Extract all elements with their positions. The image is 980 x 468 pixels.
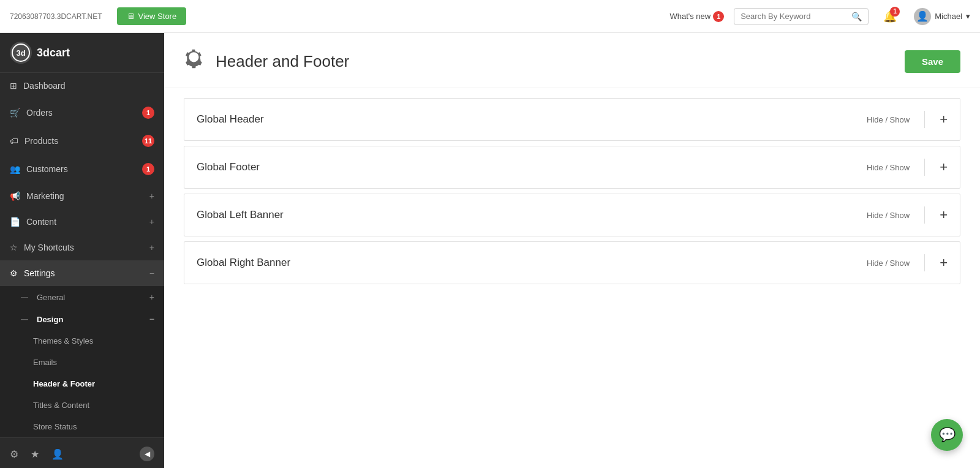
user-bottom-icon[interactable]: 👤 [51, 448, 64, 460]
products-badge: 11 [142, 135, 154, 147]
sidebar-item-products[interactable]: 🏷 Products 11 [0, 127, 164, 155]
sidebar-item-header-footer[interactable]: Header & Footer [0, 373, 164, 394]
marketing-expand-icon: + [149, 191, 154, 201]
page-title: Header and Footer [216, 52, 349, 71]
global-footer-title: Global Footer [197, 161, 867, 173]
logo-icon: 3d [10, 42, 32, 64]
content-expand-icon: + [149, 217, 154, 227]
global-left-banner-title: Global Left Banner [197, 209, 867, 221]
sidebar-item-customers[interactable]: 👥 Customers 1 [0, 155, 164, 183]
divider [924, 159, 925, 176]
shortcuts-icon: ☆ [10, 243, 18, 252]
global-right-banner-accordion: Global Right Banner Hide / Show + [184, 241, 960, 284]
page-icon [184, 48, 207, 75]
topbar: 72063087703.3DCART.NET 🖥 View Store What… [0, 0, 980, 33]
search-input[interactable] [741, 12, 848, 21]
settings-submenu: — General + — Design − Themes & Styles E… [0, 286, 164, 437]
chevron-down-icon: ▾ [966, 12, 970, 21]
save-button[interactable]: Save [905, 50, 960, 73]
divider [924, 111, 925, 128]
sidebar-item-orders[interactable]: 🛒 Orders 1 [0, 99, 164, 127]
customers-icon: 👥 [10, 164, 20, 174]
search-icon: 🔍 [851, 12, 862, 21]
orders-icon: 🛒 [10, 108, 20, 118]
divider [924, 206, 925, 224]
sidebar-item-emails[interactable]: Emails [0, 352, 164, 373]
sidebar: 3d 3dcart ⊞ Dashboard 🛒 Orders 1 🏷 Produ… [0, 33, 164, 468]
header-footer-icon [184, 48, 207, 71]
page-header: Header and Footer Save [164, 33, 980, 88]
monitor-icon: 🖥 [127, 12, 135, 21]
sidebar-item-store-status[interactable]: Store Status [0, 416, 164, 437]
customers-badge: 1 [142, 163, 154, 175]
global-header-expand-button[interactable]: + [940, 113, 948, 126]
sidebar-item-marketing[interactable]: 📢 Marketing + [0, 183, 164, 209]
products-icon: 🏷 [10, 136, 18, 146]
sidebar-item-themes-styles[interactable]: Themes & Styles [0, 330, 164, 352]
shortcuts-expand-icon: + [149, 243, 154, 252]
accordion-list: Global Header Hide / Show + Global Foote… [164, 98, 980, 289]
sidebar-item-settings[interactable]: ⚙ Settings − [0, 260, 164, 286]
global-header-accordion: Global Header Hide / Show + [184, 98, 960, 141]
settings-icon: ⚙ [10, 268, 18, 278]
avatar: 👤 [914, 8, 931, 25]
user-icon: 👤 [916, 10, 929, 22]
search-bar[interactable]: 🔍 [734, 8, 869, 25]
general-expand-icon: + [149, 292, 154, 302]
user-name: Michael [935, 12, 962, 21]
global-right-banner-hide-show[interactable]: Hide / Show [867, 259, 910, 268]
svg-text:3d: 3d [16, 48, 25, 58]
global-header-title: Global Header [197, 113, 867, 126]
global-footer-expand-button[interactable]: + [940, 160, 948, 174]
collapse-sidebar-button[interactable]: ◀ [140, 447, 154, 461]
content-icon: 📄 [10, 217, 20, 227]
global-left-banner-hide-show[interactable]: Hide / Show [867, 211, 910, 220]
global-right-banner-expand-button[interactable]: + [940, 256, 948, 270]
global-left-banner-expand-button[interactable]: + [940, 208, 948, 222]
whats-new-link[interactable]: What's new 1 [669, 11, 724, 22]
main-content: Header and Footer Save Global Header Hid… [164, 33, 980, 468]
sidebar-logo: 3d 3dcart [0, 33, 164, 73]
global-header-hide-show[interactable]: Hide / Show [867, 115, 910, 124]
global-footer-accordion: Global Footer Hide / Show + [184, 146, 960, 189]
whats-new-badge: 1 [713, 11, 724, 22]
sidebar-item-general[interactable]: — General + [0, 286, 164, 308]
marketing-icon: 📢 [10, 191, 20, 201]
settings-expand-icon: − [149, 268, 154, 278]
layout: 3d 3dcart ⊞ Dashboard 🛒 Orders 1 🏷 Produ… [0, 33, 980, 468]
chat-bubble-button[interactable]: 💬 [931, 419, 963, 451]
settings-bottom-icon[interactable]: ⚙ [10, 448, 18, 460]
orders-badge: 1 [142, 107, 154, 119]
notification-badge: 1 [890, 7, 900, 17]
chat-icon: 💬 [939, 427, 956, 443]
store-url: 72063087703.3DCART.NET [10, 12, 102, 21]
user-menu[interactable]: 👤 Michael ▾ [914, 8, 970, 25]
sidebar-item-design[interactable]: — Design − [0, 308, 164, 330]
global-left-banner-accordion: Global Left Banner Hide / Show + [184, 194, 960, 236]
global-right-banner-title: Global Right Banner [197, 257, 867, 269]
design-expand-icon: − [149, 314, 154, 324]
sidebar-item-my-shortcuts[interactable]: ☆ My Shortcuts + [0, 235, 164, 260]
view-store-button[interactable]: 🖥 View Store [117, 7, 187, 25]
star-bottom-icon[interactable]: ★ [31, 448, 39, 460]
sidebar-item-dashboard[interactable]: ⊞ Dashboard [0, 73, 164, 99]
notifications-button[interactable]: 🔔 1 [883, 10, 897, 23]
sidebar-item-titles-content[interactable]: Titles & Content [0, 394, 164, 416]
dashboard-icon: ⊞ [10, 81, 17, 91]
divider [924, 254, 925, 271]
global-footer-hide-show[interactable]: Hide / Show [867, 163, 910, 172]
logo-text: 3dcart [37, 47, 70, 59]
sidebar-item-content[interactable]: 📄 Content + [0, 209, 164, 235]
